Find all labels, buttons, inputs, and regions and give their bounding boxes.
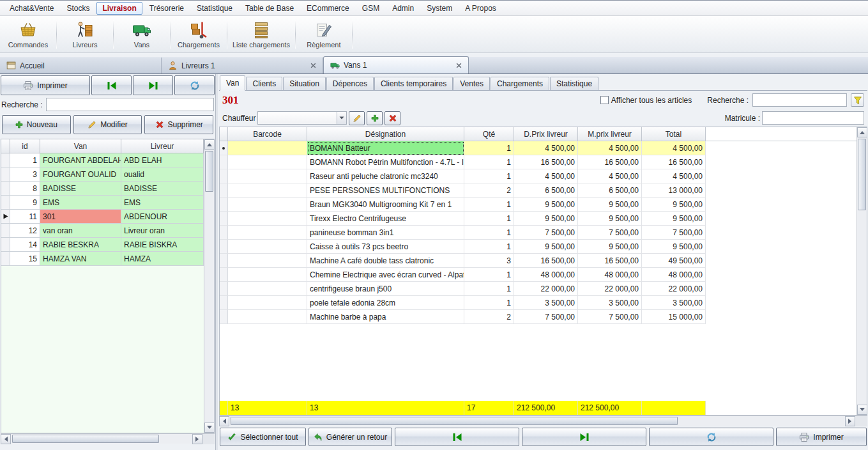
vans-last-record-button[interactable]: [133, 75, 173, 95]
close-icon[interactable]: [456, 63, 462, 68]
article-row[interactable]: Caisse à outils 73 pcs beetro 1 9 500,00…: [220, 240, 857, 254]
ribbon-item-livreurs[interactable]: Livreurs: [58, 17, 112, 51]
menu-item-statistique[interactable]: Statistique: [191, 2, 238, 15]
article-total-cell[interactable]: 22 000,00: [642, 282, 706, 296]
article-d-prix-cell[interactable]: 7 500,00: [514, 310, 578, 324]
article-d-prix-cell[interactable]: 16 500,00: [514, 155, 578, 169]
articles-first-record-button[interactable]: [395, 428, 519, 446]
menu-item-achat-vente[interactable]: Achat&Vente: [4, 2, 59, 15]
tab-clients[interactable]: Clients: [246, 77, 282, 90]
van-row[interactable]: 8 BADISSE BADISSE: [1, 182, 204, 196]
article-qty-cell[interactable]: 1: [464, 226, 514, 240]
menu-item-livraison[interactable]: Livraison: [96, 2, 142, 15]
remove-chauffeur-button[interactable]: [385, 111, 400, 125]
article-m-prix-cell[interactable]: 6 500,00: [578, 183, 642, 198]
menu-item-a-propos[interactable]: A Propos: [459, 2, 502, 15]
van-name-cell[interactable]: BADISSE: [40, 182, 121, 196]
tab-chargements[interactable]: Chargements: [491, 77, 549, 90]
tab-d-pences[interactable]: Dépences: [326, 77, 374, 90]
article-total-cell[interactable]: 9 500,00: [642, 240, 706, 254]
articles-last-record-button[interactable]: [522, 428, 646, 446]
article-row[interactable]: centrifigeuse braun j500 1 22 000,00 22 …: [220, 282, 857, 296]
column-header-barcode[interactable]: Barcode: [228, 127, 307, 141]
article-barcode-cell[interactable]: [228, 183, 307, 198]
van-name-cell[interactable]: EMS: [40, 196, 121, 210]
tab-statistique[interactable]: Statistique: [550, 77, 598, 90]
article-barcode-cell[interactable]: [228, 282, 307, 296]
vans-refresh-button[interactable]: [174, 75, 215, 95]
article-qty-cell[interactable]: 1: [464, 282, 514, 296]
van-id-cell[interactable]: 8: [10, 182, 40, 196]
column-header-total[interactable]: Total: [642, 127, 706, 141]
chevron-down-icon[interactable]: [337, 112, 346, 124]
vans-first-record-button[interactable]: [91, 75, 132, 95]
van-livreur-cell[interactable]: ABDENOUR: [121, 210, 204, 224]
menu-item-ecommerce[interactable]: ECommerce: [301, 2, 355, 15]
article-m-prix-cell[interactable]: 4 500,00: [578, 141, 642, 155]
article-designation-cell[interactable]: poele tefale edonia 28cm: [307, 296, 464, 310]
article-row[interactable]: Braun MGK3040 Multigrooming Kit 7 en 1 1…: [220, 198, 857, 212]
article-barcode-cell[interactable]: [228, 212, 307, 226]
article-qty-cell[interactable]: 1: [464, 296, 514, 310]
van-id-cell[interactable]: 14: [10, 238, 40, 252]
article-total-cell[interactable]: 4 500,00: [642, 141, 706, 155]
van-id-cell[interactable]: 11: [10, 210, 40, 224]
articles-search-input[interactable]: [752, 93, 847, 107]
close-icon[interactable]: [310, 63, 316, 68]
article-qty-cell[interactable]: 3: [464, 254, 514, 268]
article-d-prix-cell[interactable]: 7 500,00: [514, 226, 578, 240]
article-m-prix-cell[interactable]: 22 000,00: [578, 282, 642, 296]
van-name-cell[interactable]: FOURGANT ABDELAH: [40, 153, 121, 167]
van-id-cell[interactable]: 3: [10, 167, 40, 182]
article-total-cell[interactable]: 49 500,00: [642, 254, 706, 268]
add-chauffeur-button[interactable]: [367, 111, 383, 125]
van-name-cell[interactable]: 301: [40, 210, 121, 224]
article-designation-cell[interactable]: BOMANN Robot Pétrin Multifonction - 4.7L…: [307, 155, 464, 169]
scroll-right-button[interactable]: [845, 416, 855, 426]
article-m-prix-cell[interactable]: 9 500,00: [578, 212, 642, 226]
van-id-cell[interactable]: 9: [10, 196, 40, 210]
print-articles-button[interactable]: Imprimer: [776, 428, 867, 446]
matricule-input[interactable]: [762, 111, 864, 125]
tab-van[interactable]: Van: [220, 75, 245, 91]
scroll-down-button[interactable]: [204, 423, 215, 433]
article-m-prix-cell[interactable]: 4 500,00: [578, 169, 642, 183]
article-m-prix-cell[interactable]: 7 500,00: [578, 226, 642, 240]
article-m-prix-cell[interactable]: 16 500,00: [578, 254, 642, 268]
van-name-cell[interactable]: HAMZA VAN: [40, 252, 121, 266]
print-vans-button[interactable]: Imprimer: [1, 75, 90, 95]
column-header-d-prix-livreur[interactable]: D.Prix livreur: [514, 127, 578, 141]
menu-item-tr-sorerie[interactable]: Trésorerie: [144, 2, 190, 15]
scroll-down-button[interactable]: [857, 405, 867, 415]
article-total-cell[interactable]: 9 500,00: [642, 212, 706, 226]
chauffeur-select[interactable]: [257, 111, 347, 125]
column-header-id[interactable]: id: [10, 139, 40, 153]
articles-grid-hscrollbar[interactable]: [219, 415, 867, 426]
article-d-prix-cell[interactable]: 9 500,00: [514, 240, 578, 254]
van-row[interactable]: 9 EMS EMS: [1, 196, 204, 210]
show-all-articles-checkbox[interactable]: Afficher tous les articles: [600, 96, 692, 105]
article-d-prix-cell[interactable]: 3 500,00: [514, 296, 578, 310]
article-designation-cell[interactable]: Machine barbe à papa: [307, 310, 464, 324]
article-row[interactable]: BOMANN Robot Pétrin Multifonction - 4.7L…: [220, 155, 857, 169]
new-van-button[interactable]: Nouveau: [2, 115, 71, 134]
article-d-prix-cell[interactable]: 4 500,00: [514, 141, 578, 155]
article-d-prix-cell[interactable]: 9 500,00: [514, 198, 578, 212]
menu-item-gsm[interactable]: GSM: [356, 2, 385, 15]
scroll-track[interactable]: [204, 150, 214, 423]
article-barcode-cell[interactable]: [228, 310, 307, 324]
scroll-thumb[interactable]: [12, 435, 159, 443]
van-livreur-cell[interactable]: EMS: [121, 196, 204, 210]
article-row[interactable]: Raseur anti peluche clatronic mc3240 1 4…: [220, 169, 857, 183]
scroll-up-button[interactable]: [857, 127, 867, 137]
article-barcode-cell[interactable]: [228, 268, 307, 282]
tab-situation[interactable]: Situation: [283, 77, 326, 90]
select-all-button[interactable]: Sélectionner tout: [220, 428, 306, 446]
scroll-left-button[interactable]: [1, 434, 11, 444]
scroll-track[interactable]: [11, 434, 192, 444]
scroll-track[interactable]: [857, 137, 867, 405]
article-qty-cell[interactable]: 2: [464, 183, 514, 198]
ribbon-item-commandes[interactable]: Commandes: [1, 17, 55, 51]
menu-item-stocks[interactable]: Stocks: [61, 2, 95, 15]
van-name-cell[interactable]: FOURGANT OUALID: [40, 167, 121, 182]
